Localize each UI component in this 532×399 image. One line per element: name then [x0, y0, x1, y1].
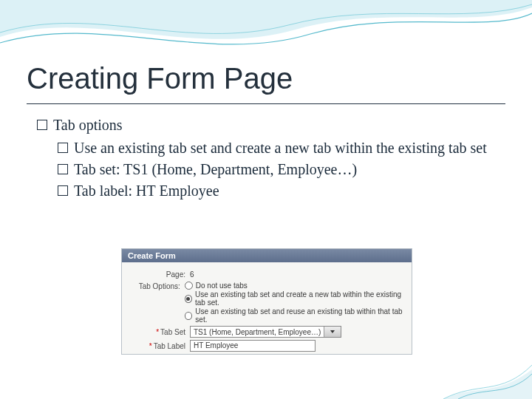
radio-do-not-use-tabs[interactable]: Do not use tabs [185, 282, 406, 290]
bullet-box-icon [58, 143, 68, 153]
bullet-lvl1: Tab options [37, 115, 495, 135]
bullet-box-icon [58, 185, 68, 196]
bullet-text: Tab set: TS1 (Home, Department, Employee… [74, 161, 357, 177]
bullet-box-icon [58, 164, 68, 174]
decorative-wave [0, 0, 532, 66]
bullet-text: Use an existing tab set and create a new… [74, 140, 487, 156]
page-value: 6 [190, 270, 194, 279]
tab-label-input[interactable]: HT Employee [190, 340, 316, 352]
radio-use-existing-reuse[interactable]: Use an existing tab set and reuse an exi… [185, 307, 406, 324]
tab-options-label: Tab Options: [128, 282, 185, 290]
embedded-screenshot: Create Form Page: 6 Tab Options: Do not … [121, 248, 412, 355]
bullet-text: Tab label: HT Employee [74, 183, 219, 199]
select-value: TS1 (Home, Department, Employee…) [191, 328, 324, 336]
required-icon: * [156, 328, 159, 336]
radio-label: Use an existing tab set and reuse an exi… [195, 307, 406, 324]
slide-title: Creating Form Page [27, 62, 293, 95]
bullet-lvl2: Use an existing tab set and create a new… [58, 138, 495, 158]
tab-set-select[interactable]: TS1 (Home, Department, Employee…) [190, 326, 341, 338]
tab-set-label: *Tab Set [128, 328, 190, 336]
tab-label-label: *Tab Label [128, 342, 190, 350]
bullet-box-icon [37, 120, 47, 130]
page-label: Page: [128, 270, 190, 279]
bullet-lvl2: Tab set: TS1 (Home, Department, Employee… [58, 160, 495, 180]
chevron-down-icon [324, 327, 341, 337]
required-icon: * [149, 342, 152, 350]
bullet-lvl2: Tab label: HT Employee [58, 181, 495, 201]
radio-use-existing-create-new[interactable]: Use an existing tab set and create a new… [185, 290, 406, 307]
radio-icon [185, 295, 192, 303]
title-rule [27, 103, 505, 104]
bullet-text: Tab options [53, 117, 123, 133]
radio-label: Use an existing tab set and create a new… [195, 290, 406, 307]
radio-icon [185, 312, 193, 320]
form-header: Create Form [122, 249, 412, 262]
decorative-corner [443, 332, 532, 399]
radio-icon [185, 282, 193, 290]
radio-label: Do not use tabs [196, 282, 248, 290]
slide-body: Tab options Use an existing tab set and … [37, 115, 495, 202]
